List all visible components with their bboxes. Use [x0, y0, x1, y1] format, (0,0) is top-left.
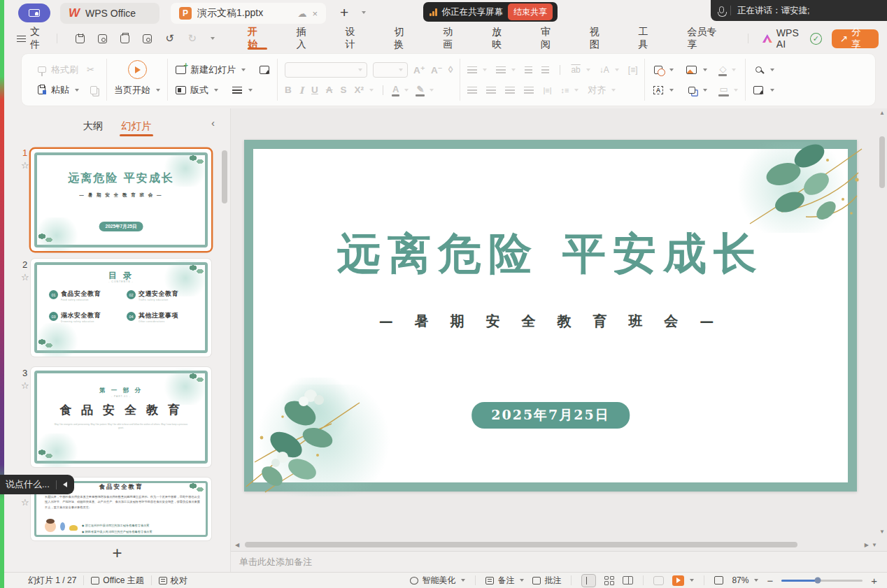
increase-indent-button[interactable]	[541, 66, 549, 73]
vertical-scrollbar[interactable]: ▲ ▼	[879, 110, 886, 535]
align-objects-button[interactable]: 对齐	[588, 84, 616, 96]
slide-date-badge[interactable]: 2025年7月25日	[471, 402, 630, 429]
menu-tab-insert[interactable]: 插入	[282, 27, 331, 50]
export-icon[interactable]	[97, 32, 109, 45]
add-slide-button[interactable]: +	[112, 543, 122, 563]
file-menu-button[interactable]: 文件	[17, 26, 50, 51]
star-icon[interactable]: ☆	[21, 497, 29, 508]
font-size-select[interactable]	[373, 62, 408, 78]
bold-button[interactable]: B	[285, 85, 292, 95]
scroll-down-icon[interactable]: ▼	[879, 529, 885, 535]
superscript-button[interactable]: X²	[355, 85, 374, 95]
play-from-current-button[interactable]: 当页开始	[114, 84, 160, 96]
justify-button[interactable]	[524, 87, 534, 94]
slide-layout-button[interactable]: 版式	[175, 84, 218, 96]
menu-tab-tools[interactable]: 工具	[624, 27, 673, 50]
wrap-button[interactable]: ▭	[719, 84, 737, 96]
tab-outline[interactable]: 大纲	[83, 115, 103, 136]
decrease-font-button[interactable]: A⁻	[431, 64, 443, 76]
shapes-button[interactable]	[652, 64, 674, 76]
slide-thumbnail-2[interactable]: 目 录 - CONTENTS - 01食品安全教育Food safety edu…	[31, 259, 211, 357]
close-tab-icon[interactable]: ×	[312, 8, 318, 19]
share-button[interactable]: ↗ 分享	[832, 29, 879, 48]
tab-list-chevron-icon[interactable]	[362, 11, 366, 14]
view-sorter-button[interactable]	[604, 576, 614, 585]
meeting-chat-bubble[interactable]: 说点什么...	[0, 475, 74, 494]
wps-ai-button[interactable]: WPS AI	[762, 27, 810, 50]
menu-tab-member[interactable]: 会员专享	[672, 27, 741, 50]
bullet-list-button[interactable]	[467, 66, 487, 73]
panel-scrollbar[interactable]	[222, 150, 227, 203]
zoom-out-button[interactable]: −	[767, 575, 773, 587]
play-slideshow-button[interactable]	[672, 575, 694, 586]
document-saved-icon[interactable]: ✓	[810, 33, 822, 45]
horizontal-scrollbar[interactable]: ◀ ▶ ▼	[235, 541, 876, 548]
tab-document[interactable]: P 演示文稿1.pptx ☁ ×	[171, 3, 326, 24]
collapse-chat-icon[interactable]	[63, 482, 67, 487]
slide-editor-canvas[interactable]: 远离危险平安成长 — 暑 期 安 全 教 育 班 会 — 2025年7月25日 …	[231, 108, 887, 551]
print-icon[interactable]	[119, 32, 132, 45]
italic-button[interactable]: I	[299, 85, 304, 96]
format-painter-button[interactable]: 格式刷	[36, 64, 78, 76]
scroll-up-icon[interactable]: ▲	[879, 110, 885, 116]
play-from-current-icon[interactable]	[128, 60, 147, 79]
font-color-button[interactable]: A	[392, 84, 409, 96]
increase-font-button[interactable]: A⁺	[413, 64, 425, 76]
redo-icon[interactable]: ↻	[186, 32, 199, 45]
menu-tab-slideshow[interactable]: 放映	[477, 27, 526, 50]
star-icon[interactable]: ☆	[21, 160, 29, 171]
zoom-level-button[interactable]: 87%	[732, 575, 758, 585]
current-slide[interactable]: 远离危险平安成长 — 暑 期 安 全 教 育 班 会 — 2025年7月25日	[244, 140, 857, 492]
menu-tab-design[interactable]: 设计	[331, 27, 380, 50]
zoom-in-button[interactable]: +	[871, 575, 877, 587]
slide-thumbnail-3[interactable]: 第 一 部 分 - PART.01 - 食 品 安 全 教 育 May I be…	[31, 367, 211, 467]
underline-button[interactable]: U	[311, 85, 318, 95]
text-box-button[interactable]: A	[652, 84, 674, 96]
text-direction-button[interactable]: ↓A	[599, 65, 619, 75]
collapse-panel-icon[interactable]: ‹	[211, 117, 215, 129]
star-icon[interactable]: ☆	[21, 380, 29, 391]
menu-tab-home[interactable]: 开始	[233, 27, 282, 50]
new-slide-button[interactable]: 新建幻灯片	[175, 64, 246, 76]
character-spacing-button[interactable]: ab	[571, 65, 590, 75]
scroll-left-icon[interactable]: ◀	[235, 542, 239, 548]
menu-tab-review[interactable]: 审阅	[526, 27, 575, 50]
comments-button[interactable]: 批注	[532, 575, 561, 587]
fit-slide-button[interactable]	[714, 576, 723, 585]
line-spacing-button[interactable]: ↕≡	[561, 86, 579, 94]
insert-image-button[interactable]	[686, 64, 707, 76]
quickbar-chevron-icon[interactable]	[211, 37, 215, 40]
zoom-slider[interactable]	[781, 580, 863, 582]
distribute-button[interactable]: |≡|	[543, 86, 551, 94]
meeting-screenshare-button[interactable]	[18, 3, 50, 22]
highlight-button[interactable]: ✎	[416, 84, 434, 96]
view-reading-button[interactable]	[623, 576, 633, 585]
zoom-slider-knob[interactable]	[815, 578, 821, 584]
print-preview-icon[interactable]	[141, 32, 154, 45]
scroll-right-icon[interactable]: ▶	[865, 542, 869, 548]
decrease-indent-button[interactable]	[525, 66, 532, 73]
cloud-sync-icon[interactable]: ☁	[297, 8, 306, 19]
find-button[interactable]	[753, 64, 774, 76]
play-from-start-button[interactable]	[653, 576, 664, 585]
strikethrough-button[interactable]: A	[326, 85, 333, 95]
font-family-select[interactable]	[285, 62, 367, 78]
menu-tab-transition[interactable]: 切换	[379, 27, 428, 50]
theme-button[interactable]: Office 主题	[91, 575, 143, 587]
notes-area[interactable]: 单击此处添加备注	[231, 551, 887, 572]
undo-icon[interactable]: ↺	[164, 32, 176, 45]
selection-pane-button[interactable]	[258, 64, 270, 76]
tab-slides[interactable]: 幻灯片	[121, 115, 152, 136]
star-icon[interactable]: ☆	[21, 272, 29, 282]
arrange-button[interactable]	[686, 84, 707, 96]
section-button[interactable]	[231, 84, 253, 96]
slide-subtitle[interactable]: — 暑 期 安 全 教 育 班 会 —	[253, 312, 848, 331]
align-right-button[interactable]	[505, 87, 515, 94]
menu-tab-animation[interactable]: 动画	[428, 27, 477, 50]
smart-beautify-button[interactable]: 智能美化	[410, 575, 465, 587]
end-share-button[interactable]: 结束共享	[508, 3, 553, 20]
align-left-button[interactable]	[467, 87, 477, 94]
new-tab-button[interactable]: +	[340, 4, 348, 21]
save-icon[interactable]	[74, 32, 87, 45]
columns-button[interactable]: [≡]	[628, 65, 638, 75]
